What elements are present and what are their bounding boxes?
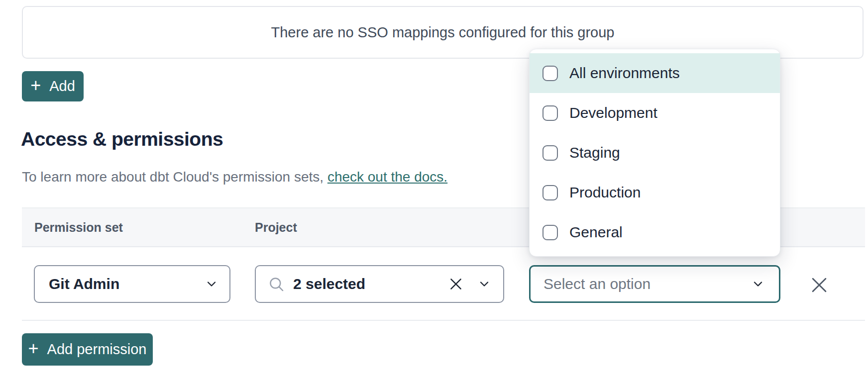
- section-description: To learn more about dbt Cloud's permissi…: [22, 168, 447, 186]
- menu-option-general[interactable]: General: [530, 212, 780, 252]
- menu-option-staging[interactable]: Staging: [530, 133, 780, 173]
- chevron-down-icon: [751, 277, 765, 291]
- column-header-permission-set: Permission set: [34, 220, 123, 235]
- row-divider: [22, 320, 865, 321]
- search-icon: [268, 276, 285, 293]
- clear-selection-icon[interactable]: [447, 276, 464, 292]
- add-sso-mapping-button[interactable]: + Add: [22, 71, 84, 101]
- plus-icon: +: [28, 340, 39, 358]
- menu-option-development[interactable]: Development: [530, 93, 780, 133]
- description-text: To learn more about dbt Cloud's permissi…: [22, 169, 327, 185]
- docs-link[interactable]: check out the docs.: [327, 169, 447, 185]
- page-title: Access & permissions: [21, 127, 223, 151]
- checkbox-icon[interactable]: [542, 105, 558, 121]
- chevron-down-icon[interactable]: [477, 277, 491, 291]
- menu-option-label: Development: [569, 104, 657, 121]
- menu-option-label: Production: [569, 184, 641, 201]
- permission-set-select[interactable]: Git Admin: [34, 265, 230, 303]
- permission-set-value: Git Admin: [49, 276, 119, 292]
- menu-option-label: Staging: [569, 144, 620, 161]
- menu-option-label: All environments: [569, 65, 680, 82]
- plus-icon: +: [30, 77, 41, 95]
- sso-empty-message: There are no SSO mappings configured for…: [271, 24, 615, 41]
- menu-option-all-environments[interactable]: All environments: [530, 53, 780, 93]
- add-permission-button[interactable]: + Add permission: [22, 333, 153, 366]
- chevron-down-icon: [205, 277, 218, 291]
- checkbox-icon[interactable]: [542, 225, 558, 240]
- remove-row-icon[interactable]: [806, 272, 832, 298]
- environment-select-placeholder: Select an option: [543, 276, 651, 292]
- menu-option-production[interactable]: Production: [530, 173, 780, 212]
- checkbox-icon[interactable]: [542, 66, 558, 81]
- add-button-label: Add: [49, 78, 75, 95]
- environment-select[interactable]: Select an option: [529, 265, 780, 303]
- checkbox-icon[interactable]: [542, 145, 558, 161]
- project-select[interactable]: 2 selected: [255, 265, 504, 303]
- column-header-project: Project: [255, 220, 297, 235]
- add-permission-label: Add permission: [47, 341, 147, 358]
- project-selected-count: 2 selected: [293, 276, 439, 292]
- checkbox-icon[interactable]: [542, 185, 558, 200]
- menu-option-label: General: [569, 224, 623, 241]
- environment-dropdown-menu: All environments Development Staging Pro…: [529, 49, 780, 257]
